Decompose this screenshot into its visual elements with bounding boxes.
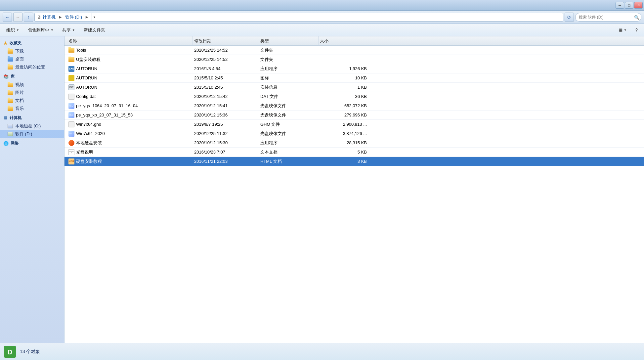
- sidebar-item-local-c[interactable]: 本地磁盘 (C:): [0, 122, 64, 130]
- table-row[interactable]: TXT 光盘说明 2016/10/23 7:07 文本文档 5 KB: [64, 148, 644, 157]
- file-type-icon: [68, 47, 74, 53]
- file-modified-cell: 2016/1/8 4:54: [193, 66, 259, 71]
- help-button[interactable]: ?: [632, 25, 641, 35]
- file-type-cell: GHO 文件: [259, 121, 319, 127]
- sidebar-library-header[interactable]: 📚 库: [0, 72, 64, 81]
- sidebar-computer-header[interactable]: 🖥 计算机: [0, 114, 64, 122]
- search-input[interactable]: [575, 13, 641, 22]
- videos-icon: [7, 82, 13, 87]
- file-name: 本地硬盘安装: [76, 140, 102, 146]
- search-icon[interactable]: 🔍: [634, 15, 639, 20]
- up-button[interactable]: ↑: [24, 13, 33, 22]
- breadcrumb-drive[interactable]: 软件 (D:): [65, 14, 82, 20]
- forward-button[interactable]: →: [13, 13, 22, 22]
- sidebar-item-music[interactable]: 音乐: [0, 105, 64, 112]
- table-row[interactable]: Win7x64.gho 2019/9/7 19:25 GHO 文件 2,900,…: [64, 120, 644, 129]
- sidebar-network-header[interactable]: 🌐 网络: [0, 139, 64, 148]
- table-row[interactable]: INF AUTORUN 2015/5/10 2:45 安装信息 1 KB: [64, 83, 644, 92]
- file-type-cell: 文件夹: [259, 57, 319, 63]
- sidebar-item-images[interactable]: 图片: [0, 89, 64, 97]
- file-name: Tools: [76, 48, 86, 53]
- sidebar-item-downloads[interactable]: 下载: [0, 47, 64, 55]
- table-row[interactable]: HTM 硬盘安装教程 2016/11/21 22:03 HTML 文档 3 KB: [64, 157, 644, 166]
- file-type: 文本文档: [260, 149, 278, 155]
- file-type: GHO 文件: [260, 121, 280, 127]
- table-row[interactable]: AUTORUN 2015/5/10 2:45 图标 10 KB: [64, 73, 644, 83]
- file-type-cell: DAT 文件: [259, 94, 319, 100]
- file-size: 279,696 KB: [344, 112, 367, 117]
- file-type: 应用程序: [260, 66, 278, 72]
- computer-label: 计算机: [10, 115, 21, 121]
- addressbar: ← → ↑ 🖥 计算机 ► 软件 (D:) ► ▼ ⟳ 🔍: [0, 11, 644, 24]
- table-row[interactable]: ISO pe_yqs_1064_20_07_31_16_04 2020/10/1…: [64, 101, 644, 111]
- sidebar-favorites-header[interactable]: ★ 收藏夹: [0, 39, 64, 47]
- downloads-label: 下载: [15, 48, 24, 54]
- share-button[interactable]: 共享 ▼: [59, 25, 79, 35]
- include-library-button[interactable]: 包含到库中 ▼: [24, 25, 57, 35]
- file-modified-cell: 2016/11/21 22:03: [193, 159, 259, 164]
- file-name: U盘安装教程: [76, 57, 101, 63]
- breadcrumb-computer-icon: 🖥: [37, 15, 41, 20]
- downloads-icon: [7, 49, 13, 54]
- view-button[interactable]: ▦ ▼: [615, 25, 630, 35]
- file-size-cell: 28,315 KB: [319, 140, 368, 145]
- file-type-icon: EXE: [68, 66, 74, 72]
- file-type-icon: TXT: [68, 149, 74, 155]
- col-header-size[interactable]: 大小: [319, 36, 368, 45]
- col-header-type[interactable]: 类型: [259, 36, 319, 45]
- sidebar-item-desktop[interactable]: 桌面: [0, 55, 64, 63]
- sidebar: ★ 收藏夹 下载 桌面 最近访问的位置: [0, 36, 64, 343]
- file-type: 应用程序: [260, 140, 278, 146]
- table-row[interactable]: Config.dat 2020/10/12 15:42 DAT 文件 36 KB: [64, 92, 644, 101]
- file-size: 28,315 KB: [347, 140, 367, 145]
- sidebar-item-recent[interactable]: 最近访问的位置: [0, 63, 64, 71]
- sidebar-item-docs[interactable]: 文档: [0, 97, 64, 105]
- images-label: 图片: [15, 90, 24, 96]
- favorites-label: 收藏夹: [10, 40, 21, 46]
- breadcrumb-end-arrow: ►: [85, 15, 89, 20]
- table-row[interactable]: ISO Win7x64_2020 2020/12/25 11:32 光盘映像文件…: [64, 129, 644, 138]
- file-type-cell: 光盘映像文件: [259, 131, 319, 137]
- breadcrumb-dropdown[interactable]: ▼: [92, 13, 97, 22]
- file-type-cell: 文件夹: [259, 47, 319, 53]
- refresh-button[interactable]: ⟳: [565, 13, 574, 22]
- file-name: AUTORUN: [76, 85, 97, 90]
- file-name: Win7x64.gho: [76, 122, 101, 127]
- local-c-icon: [7, 123, 13, 129]
- filelist-area: 名称 修改日期 类型 大小 Tools 2020/12/25 14:52 文件夹: [64, 36, 644, 343]
- table-row[interactable]: ISO pe_yqs_xp_20_07_31_15_53 2020/10/12 …: [64, 111, 644, 120]
- col-header-name[interactable]: 名称: [67, 36, 193, 45]
- titlebar: ─ □ ✕: [0, 0, 644, 11]
- sidebar-library-section: 📚 库 视频 图片 文档: [0, 72, 64, 112]
- back-button[interactable]: ←: [3, 13, 12, 22]
- share-label: 共享: [62, 27, 71, 33]
- table-row[interactable]: 本地硬盘安装 2020/10/12 15:30 应用程序 28,315 KB: [64, 138, 644, 148]
- close-button[interactable]: ✕: [634, 2, 643, 9]
- file-size: 652,072 KB: [344, 103, 367, 108]
- statusbar: D 13 个对象: [0, 343, 644, 360]
- sidebar-item-videos[interactable]: 视频: [0, 81, 64, 89]
- file-modified: 2015/5/10 2:45: [194, 75, 223, 80]
- images-icon: [7, 90, 13, 95]
- file-size-cell: 2,900,813 ...: [319, 122, 368, 127]
- sidebar-network-section: 🌐 网络: [0, 139, 64, 148]
- minimize-button[interactable]: ─: [616, 2, 624, 9]
- breadcrumb-computer[interactable]: 计算机: [43, 14, 56, 20]
- file-modified-cell: 2015/5/10 2:45: [193, 85, 259, 90]
- organize-button[interactable]: 组织 ▼: [3, 25, 23, 35]
- file-type: 光盘映像文件: [260, 112, 286, 118]
- col-header-modified[interactable]: 修改日期: [193, 36, 259, 45]
- file-type: 光盘映像文件: [260, 131, 286, 137]
- new-folder-button[interactable]: 新建文件夹: [80, 25, 109, 35]
- table-row[interactable]: Tools 2020/12/25 14:52 文件夹: [64, 46, 644, 55]
- table-row[interactable]: EXE AUTORUN 2016/1/8 4:54 应用程序 1,926 KB: [64, 64, 644, 73]
- table-row[interactable]: U盘安装教程 2020/12/25 14:52 文件夹: [64, 55, 644, 64]
- file-type-icon: [68, 75, 74, 81]
- breadcrumb-sep1: ►: [58, 15, 63, 20]
- toolbar: 组织 ▼ 包含到库中 ▼ 共享 ▼ 新建文件夹 ▦ ▼ ?: [0, 24, 644, 36]
- maximize-button[interactable]: □: [625, 2, 633, 9]
- sidebar-item-software-d[interactable]: 软件 (D:): [0, 130, 64, 138]
- file-size-cell: 5 KB: [319, 150, 368, 155]
- file-name-cell: ISO Win7x64_2020: [67, 131, 193, 137]
- file-size-cell: 36 KB: [319, 94, 368, 99]
